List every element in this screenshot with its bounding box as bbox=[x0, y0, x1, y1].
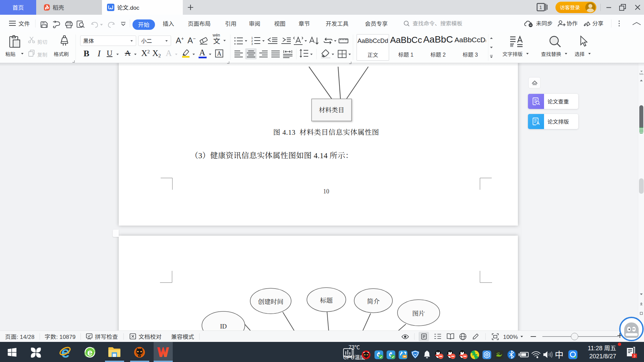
svg-text:e: e bbox=[87, 347, 93, 358]
svg-text:3: 3 bbox=[251, 42, 253, 46]
svg-text:R: R bbox=[139, 355, 140, 357]
svg-text:3: 3 bbox=[633, 354, 635, 358]
svg-text:A: A bbox=[217, 50, 221, 57]
svg-text:1: 1 bbox=[539, 4, 542, 10]
